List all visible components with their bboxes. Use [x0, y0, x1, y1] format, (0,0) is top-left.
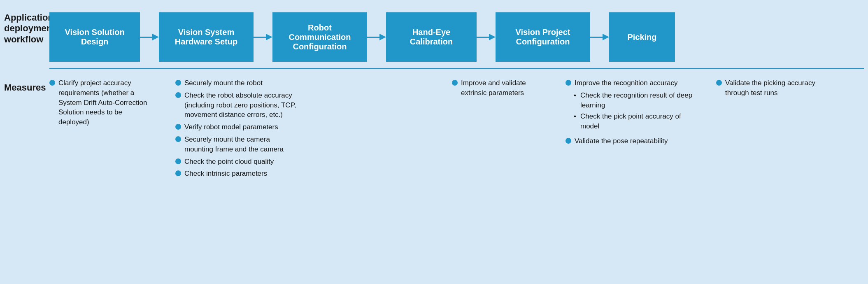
arrow-line [140, 37, 152, 38]
measure-item-5a: Improve the recognition accuracy [565, 78, 693, 88]
measure-col-1: Clarify project accuracy requirements (w… [49, 78, 156, 130]
measure-text-2e: Check the point cloud quality [184, 157, 274, 167]
bullet-dot-6a [716, 80, 722, 86]
measure-col-2: Securely mount the robot Check the robot… [175, 78, 303, 181]
bullet-dot-4a [452, 80, 458, 86]
bullet-dot-2a [175, 80, 181, 86]
bullet-dot-2f [175, 170, 181, 176]
bullet-dot-2d [175, 136, 181, 142]
left-labels: Application deployment workflow [4, 12, 49, 45]
measure-item: Clarify project accuracy requirements (w… [49, 78, 152, 127]
arrow-head-3 [379, 34, 386, 40]
measures-row: Clarify project accuracy requirements (w… [49, 78, 864, 181]
measure-item-4a: Improve and validate extrinsic parameter… [452, 78, 542, 98]
workflow-step-4: Hand-Eye Calibration [386, 12, 477, 62]
workflow-step-1: Vision Solution Design [49, 12, 140, 62]
measure-text-6a: Validate the picking accuracy through te… [725, 78, 827, 98]
arrow-1 [140, 34, 159, 40]
measure-item-2e: Check the point cloud quality [175, 157, 299, 167]
separator-line [49, 68, 864, 69]
measure-text-2c: Verify robot model parameters [184, 122, 278, 132]
arrow-line-3 [367, 37, 379, 38]
workflow-label: Application deployment workflow [4, 12, 49, 45]
measure-text-5b: Check the recognition result of deep lea… [580, 91, 692, 109]
measure-item-5d: Validate the pose repeatability [565, 136, 693, 146]
measure-text: Clarify project accuracy requirements (w… [58, 78, 152, 127]
arrow-4 [477, 34, 496, 40]
workflow-step-3: Robot Communication Configuration [272, 12, 367, 62]
arrow-line-4 [477, 37, 489, 38]
measure-col-5: Improve the recognition accuracy Check t… [565, 78, 697, 149]
measure-text-4a: Improve and validate extrinsic parameter… [461, 78, 542, 98]
measure-item-2c: Verify robot model parameters [175, 122, 299, 132]
bullet-dot-2c [175, 124, 181, 130]
bullet-dot-2e [175, 158, 181, 164]
workflow-row: Vision Solution Design Vision System Har… [49, 10, 864, 64]
arrow-line-5 [590, 37, 603, 38]
measure-text-2f: Check intrinsic parameters [184, 169, 267, 179]
measure-item-2f: Check intrinsic parameters [175, 169, 299, 179]
arrow-head [152, 34, 159, 40]
arrow-line-2 [254, 37, 266, 38]
arrow-3 [367, 34, 386, 40]
measure-item-2a: Securely mount the robot [175, 78, 299, 88]
arrow-head-2 [266, 34, 272, 40]
measure-col-6: Validate the picking accuracy through te… [716, 78, 831, 100]
workflow-step-2: Vision System Hardware Setup [159, 12, 254, 62]
measure-item-2b: Check the robot absolute accuracy (inclu… [175, 91, 299, 120]
arrow-head-5 [603, 34, 609, 40]
measure-item-6a: Validate the picking accuracy through te… [716, 78, 827, 98]
measure-text-2d: Securely mount the camera mounting frame… [184, 135, 299, 154]
measure-text-5d: Validate the pose repeatability [575, 136, 668, 146]
workflow-step-5: Vision Project Configuration [496, 12, 590, 62]
measure-sub-5c: Check the pick point accuracy of model [574, 112, 693, 131]
arrow-2 [254, 34, 272, 40]
bullet-dot [49, 80, 55, 86]
workflow-step-6: Picking [609, 12, 675, 62]
measure-text-2a: Securely mount the robot [184, 78, 263, 88]
page-container: Application deployment workflow Measures… [0, 0, 868, 284]
measure-col-4: Improve and validate extrinsic parameter… [452, 78, 547, 100]
measure-item-2d: Securely mount the camera mounting frame… [175, 135, 299, 154]
bullet-dot-2b [175, 92, 181, 98]
measure-text-5a: Improve the recognition accuracy [575, 78, 677, 88]
measure-sub-5b: Check the recognition result of deep lea… [574, 91, 693, 110]
measures-label: Measures [4, 82, 46, 93]
measure-text-2b: Check the robot absolute accuracy (inclu… [184, 91, 299, 120]
arrow-head-4 [489, 34, 496, 40]
arrow-5 [590, 34, 609, 40]
bullet-dot-5d [565, 138, 571, 144]
bullet-dot-5a [565, 80, 571, 86]
measure-text-5c: Check the pick point accuracy of model [580, 112, 681, 130]
